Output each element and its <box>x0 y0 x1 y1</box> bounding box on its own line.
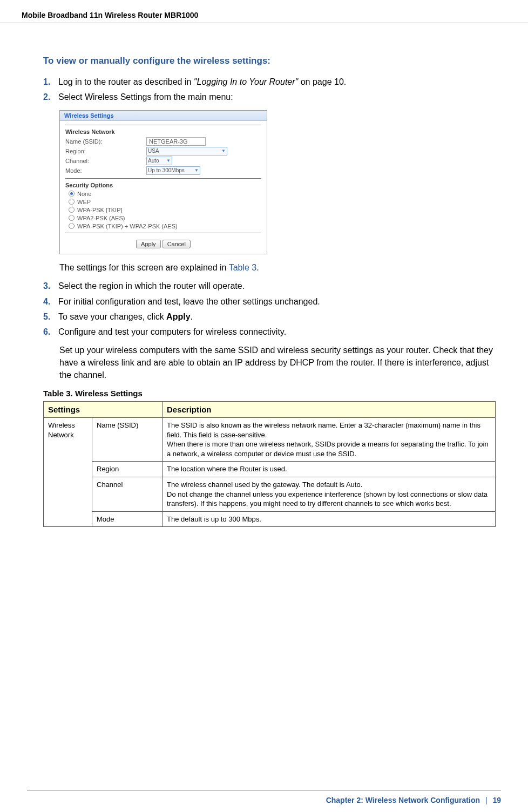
step-number: 6. <box>43 326 58 338</box>
section-heading: To view or manually configure the wirele… <box>43 56 496 66</box>
footer-chapter: Chapter 2: Wireless Network Configuratio… <box>326 796 480 804</box>
network-section-label: Wireless Network <box>65 128 261 135</box>
radio-label: WEP <box>77 199 91 205</box>
desc-cell: The location where the Router is used. <box>163 462 496 477</box>
step-text: To save your changes, click Apply. <box>58 311 496 323</box>
button-row: Apply Cancel <box>65 236 261 251</box>
label: Region: <box>65 148 146 154</box>
radio-icon <box>69 199 75 205</box>
channel-select[interactable]: Auto▼ <box>146 157 172 165</box>
security-section-label: Security Options <box>65 182 261 188</box>
step-item: 3. Select the region in which the router… <box>43 280 496 292</box>
select-value: USA <box>148 148 159 154</box>
text: on page 10. <box>298 77 346 86</box>
region-select[interactable]: USA▼ <box>146 147 227 155</box>
row-ssid: Name (SSID): NETGEAR-3G <box>65 137 261 146</box>
chevron-down-icon: ▼ <box>194 168 199 173</box>
step-number: 3. <box>43 280 58 292</box>
setting-cell: Name (SSID) <box>92 418 163 462</box>
radio-label: WPA2-PSK (AES) <box>77 215 125 221</box>
bold: Apply <box>166 312 190 321</box>
steps-list-b: 3. Select the region in which the router… <box>43 280 496 339</box>
step-text: Select Wireless Settings from the main m… <box>58 91 496 103</box>
row-mode: Mode: Up to 300Mbps▼ <box>65 166 261 175</box>
radio-icon <box>69 223 75 229</box>
text: To save your changes, click <box>58 312 166 321</box>
radio-wpa-psk-tkip[interactable]: WPA-PSK [TKIP] <box>69 207 261 213</box>
divider <box>65 125 261 125</box>
setting-cell: Mode <box>92 511 163 527</box>
chevron-down-icon: ▼ <box>166 158 171 163</box>
row-channel: Channel: Auto▼ <box>65 157 261 165</box>
step-text: Configure and test your computers for wi… <box>58 326 496 338</box>
step-text: For initial configuration and test, leav… <box>58 296 496 308</box>
setting-cell: Region <box>92 462 163 477</box>
header-settings: Settings <box>44 402 163 418</box>
doc-header: Mobile Broadband 11n Wireless Router MBR… <box>0 0 528 23</box>
radio-icon <box>69 191 75 197</box>
table-row: Mode The default is up to 300 Mbps. <box>44 511 496 527</box>
explain-text: The settings for this screen are explain… <box>59 262 496 274</box>
radio-label: WPA-PSK (TKIP) + WPA2-PSK (AES) <box>77 223 178 229</box>
radio-icon <box>69 215 75 221</box>
step-item: 2. Select Wireless Settings from the mai… <box>43 91 496 103</box>
step-number: 4. <box>43 296 58 308</box>
paragraph: Set up your wireless computers with the … <box>59 344 496 382</box>
setting-cell: Channel <box>92 477 163 512</box>
radio-wpa-mixed[interactable]: WPA-PSK (TKIP) + WPA2-PSK (AES) <box>69 223 261 229</box>
desc-cell: The wireless channel used by the gateway… <box>163 477 496 512</box>
divider <box>65 233 261 233</box>
select-value: Up to 300Mbps <box>148 167 185 173</box>
step-text: Log in to the router as described in "Lo… <box>58 76 496 88</box>
emphasis: "Logging In to Your Router" <box>194 77 298 86</box>
group-cell: Wireless Network <box>44 418 92 527</box>
label: Channel: <box>65 158 146 164</box>
mode-select[interactable]: Up to 300Mbps▼ <box>146 166 200 175</box>
ssid-input[interactable]: NETGEAR-3G <box>146 137 206 146</box>
table-caption: Table 3. Wireless Settings <box>43 389 496 398</box>
radio-wep[interactable]: WEP <box>69 199 261 205</box>
desc-cell: The default is up to 300 Mbps. <box>163 511 496 527</box>
header-description: Description <box>163 402 496 418</box>
table-row: Wireless Network Name (SSID) The SSID is… <box>44 418 496 462</box>
step-item: 5. To save your changes, click Apply. <box>43 311 496 323</box>
radio-wpa2-psk-aes[interactable]: WPA2-PSK (AES) <box>69 215 261 221</box>
text: The settings for this screen are explain… <box>59 263 229 272</box>
chevron-down-icon: ▼ <box>221 148 226 153</box>
radio-label: None <box>77 191 91 197</box>
radio-icon <box>69 207 75 213</box>
radio-none[interactable]: None <box>69 191 261 197</box>
table-row: Channel The wireless channel used by the… <box>44 477 496 512</box>
page-content: To view or manually configure the wirele… <box>0 56 528 527</box>
divider <box>65 178 261 179</box>
steps-list-a: 1. Log in to the router as described in … <box>43 76 496 104</box>
table-row: Region The location where the Router is … <box>44 462 496 477</box>
step-number: 2. <box>43 91 58 103</box>
footer-separator: | <box>485 796 488 804</box>
page-footer: Chapter 2: Wireless Network Configuratio… <box>27 790 501 804</box>
text: . <box>191 312 193 321</box>
radio-label: WPA-PSK [TKIP] <box>77 207 123 213</box>
step-number: 5. <box>43 311 58 323</box>
desc-cell: The SSID is also known as the wireless n… <box>163 418 496 462</box>
screenshot-body: Wireless Network Name (SSID): NETGEAR-3G… <box>60 121 267 254</box>
step-item: 6. Configure and test your computers for… <box>43 326 496 338</box>
text: . <box>256 263 259 272</box>
step-item: 4. For initial configuration and test, l… <box>43 296 496 308</box>
settings-table: Settings Description Wireless Network Na… <box>43 401 496 527</box>
apply-button[interactable]: Apply <box>136 240 161 248</box>
cancel-button[interactable]: Cancel <box>163 240 191 248</box>
step-item: 1. Log in to the router as described in … <box>43 76 496 88</box>
table-header-row: Settings Description <box>44 402 496 418</box>
footer-page: 19 <box>492 796 501 804</box>
step-text: Select the region in which the router wi… <box>58 280 496 292</box>
text: Log in to the router as described in <box>58 77 194 86</box>
select-value: Auto <box>148 158 159 164</box>
label: Mode: <box>65 167 146 174</box>
row-region: Region: USA▼ <box>65 147 261 155</box>
wireless-settings-screenshot: Wireless Settings Wireless Network Name … <box>59 110 267 254</box>
screenshot-tab: Wireless Settings <box>60 111 267 121</box>
step-number: 1. <box>43 76 58 88</box>
table-link[interactable]: Table 3 <box>229 263 257 272</box>
label: Name (SSID): <box>65 138 146 145</box>
